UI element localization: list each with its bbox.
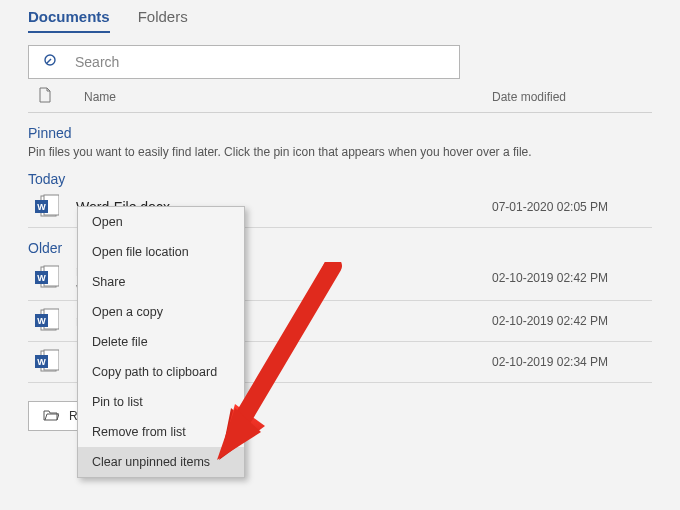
svg-text:W: W	[37, 202, 46, 212]
svg-line-2	[47, 59, 52, 64]
file-date: 02-10-2019 02:42 PM	[492, 271, 652, 285]
word-icon: W	[32, 265, 60, 291]
search-input[interactable]	[73, 53, 445, 71]
section-today: Today	[28, 171, 652, 187]
file-header-icon	[38, 87, 56, 106]
section-pinned: Pinned	[28, 125, 652, 141]
tab-documents[interactable]: Documents	[28, 4, 110, 33]
menu-copy-path[interactable]: Copy path to clipboard	[78, 357, 244, 387]
column-name[interactable]: Name	[84, 90, 464, 104]
pinned-hint: Pin files you want to easily find later.…	[28, 145, 652, 159]
tab-folders[interactable]: Folders	[138, 4, 188, 33]
tab-bar: Documents Folders	[28, 0, 652, 33]
file-date: 07-01-2020 02:05 PM	[492, 200, 652, 214]
word-icon: W	[32, 308, 60, 334]
menu-pin[interactable]: Pin to list	[78, 387, 244, 417]
menu-open[interactable]: Open	[78, 207, 244, 237]
word-icon: W	[32, 349, 60, 375]
file-date: 02-10-2019 02:34 PM	[492, 355, 652, 369]
menu-share[interactable]: Share	[78, 267, 244, 297]
column-date[interactable]: Date modified	[492, 90, 652, 104]
folder-open-icon	[43, 408, 59, 424]
menu-remove[interactable]: Remove from list	[78, 417, 244, 447]
menu-open-location[interactable]: Open file location	[78, 237, 244, 267]
menu-open-copy[interactable]: Open a copy	[78, 297, 244, 327]
search-box[interactable]	[28, 45, 460, 79]
svg-text:W: W	[37, 316, 46, 326]
search-icon	[43, 53, 59, 72]
word-icon: W	[32, 194, 60, 220]
menu-clear-unpinned[interactable]: Clear unpinned items	[78, 447, 244, 477]
svg-text:W: W	[37, 273, 46, 283]
menu-delete[interactable]: Delete file	[78, 327, 244, 357]
list-header: Name Date modified	[28, 79, 652, 113]
context-menu: Open Open file location Share Open a cop…	[77, 206, 245, 478]
file-date: 02-10-2019 02:42 PM	[492, 314, 652, 328]
svg-text:W: W	[37, 357, 46, 367]
